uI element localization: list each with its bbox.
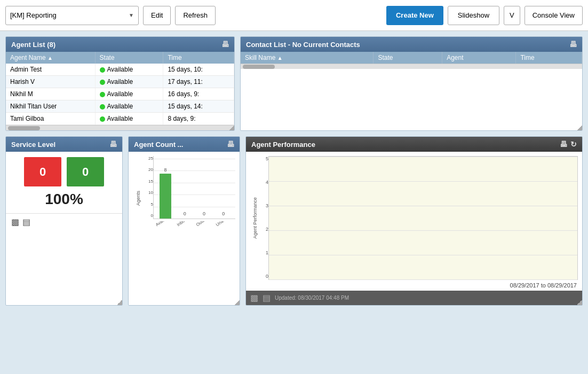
perf-y-2: 2 xyxy=(260,227,268,232)
print-icon-contact[interactable]: 🖶 xyxy=(569,40,577,49)
agent-list-header: Agent List (8) 🖶 xyxy=(6,37,234,52)
perf-resize-handle[interactable] xyxy=(577,300,582,305)
agent-count-panel: Agent Count ... 🖶 Agents 0 xyxy=(128,136,240,306)
agent-state-cell: Available xyxy=(95,76,163,88)
perf-y-5: 5 xyxy=(260,156,268,161)
agent-performance-panel: Agent Performance 🖶 ↻ Agent Performance … xyxy=(245,136,583,306)
perf-y-1: 1 xyxy=(260,250,268,255)
bar-outbound: 0 xyxy=(195,211,214,219)
bar-unavailable-value: 0 xyxy=(222,211,225,216)
agent-state-cell: Available xyxy=(95,113,163,125)
top-row: Agent List (8) 🖶 Agent Name ▲ State Time… xyxy=(5,36,583,131)
print-icon[interactable]: 🖶 xyxy=(221,40,229,49)
v-button[interactable]: V xyxy=(504,6,520,25)
table-icon[interactable]: ▤ xyxy=(22,217,30,227)
horizontal-scrollbar[interactable] xyxy=(6,125,234,130)
edit-button[interactable]: Edit xyxy=(143,6,171,25)
agent-time-cell: 16 days, 9: xyxy=(163,88,234,100)
service-percent: 100% xyxy=(45,191,83,208)
y-label-10: 10 xyxy=(144,190,153,195)
y-label-5: 5 xyxy=(144,202,153,207)
bar-inbound-value: 0 xyxy=(184,211,186,216)
bar-unavailable-rect xyxy=(218,217,229,219)
contact-table: Skill Name ▲ State Agent Time xyxy=(241,52,582,64)
sort-icon-skill: ▲ xyxy=(277,55,283,61)
col-agent-name: Agent Name ▲ xyxy=(6,52,95,64)
agent-time-cell: 8 days, 9: xyxy=(163,113,234,125)
bar-inbound-rect xyxy=(179,217,190,219)
col-skill-name: Skill Name ▲ xyxy=(241,52,374,64)
slideshow-button[interactable]: Slideshow xyxy=(448,6,499,25)
performance-plot-area xyxy=(268,156,578,280)
contact-list-title: Contact List - No Current Contacts xyxy=(246,41,360,49)
agent-name-cell: Admin Test xyxy=(6,64,95,76)
service-content: 0 0 100% xyxy=(6,152,122,213)
y-axis-label: Agents xyxy=(136,191,141,206)
main-content: Agent List (8) 🖶 Agent Name ▲ State Time… xyxy=(0,31,588,311)
bar-outbound-value: 0 xyxy=(203,211,205,216)
agent-state-cell: Available xyxy=(95,88,163,100)
perf-table-icon[interactable]: ▤ xyxy=(263,293,271,303)
status-dot xyxy=(100,80,105,85)
service-green-value: 0 xyxy=(82,165,89,179)
service-level-title: Service Level xyxy=(11,141,55,149)
bar-unavailable: 0 xyxy=(214,211,233,219)
perf-y-axis-label: Agent Performance xyxy=(252,197,258,239)
agent-name-cell: Harish V xyxy=(6,76,95,88)
bottom-row: Service Level 🖶 0 0 100% ▩ ▤ xyxy=(5,136,583,306)
col-state: State xyxy=(95,52,163,64)
agent-list-title: Agent List (8) xyxy=(11,41,55,49)
scrollbar-thumb xyxy=(8,126,40,130)
col-time: Time xyxy=(163,52,234,64)
agent-performance-title: Agent Performance xyxy=(251,141,315,149)
resize-handle[interactable] xyxy=(229,125,234,130)
agent-table: Agent Name ▲ State Time Admin Test Avail… xyxy=(6,52,234,125)
col-time-contact: Time xyxy=(516,52,582,64)
perf-updated-text: Updated: 08/30/2017 04:48 PM xyxy=(275,295,349,301)
contact-resize-handle[interactable] xyxy=(577,125,582,130)
bar-available: 8 xyxy=(156,167,175,219)
service-red-value: 0 xyxy=(39,165,46,179)
perf-y-3: 3 xyxy=(260,203,268,208)
performance-chart-area: Agent Performance 0 1 2 3 4 5 xyxy=(246,152,582,280)
service-boxes: 0 0 xyxy=(24,157,104,186)
dropdown-label: [KM] Reporting xyxy=(10,11,57,19)
x-label-outbound: Outbound xyxy=(195,221,213,227)
agent-count-chart: Agents 0 5 10 15 20 25 xyxy=(129,152,240,243)
contact-scrollbar-thumb xyxy=(243,65,275,69)
refresh-icon-perf[interactable]: ↻ xyxy=(570,140,577,149)
x-label-unavailable: Unavailable xyxy=(215,221,236,227)
agent-state-cell: Available xyxy=(95,100,163,113)
service-resize-handle[interactable] xyxy=(117,300,122,305)
refresh-button[interactable]: Refresh xyxy=(175,6,216,25)
bar-outbound-rect xyxy=(198,217,210,219)
table-row: Admin Test Available 15 days, 10: xyxy=(6,64,234,76)
perf-y-4: 4 xyxy=(260,180,268,185)
create-new-button[interactable]: Create New xyxy=(386,6,443,25)
col-agent: Agent xyxy=(442,52,516,64)
table-row: Harish V Available 17 days, 11: xyxy=(6,76,234,88)
service-red-box: 0 xyxy=(24,157,61,186)
print-icon-agent-count[interactable]: 🖶 xyxy=(227,140,234,149)
col-contact-state: State xyxy=(374,52,442,64)
reporting-dropdown[interactable]: [KM] Reporting ▼ xyxy=(5,6,139,25)
chevron-down-icon: ▼ xyxy=(129,12,134,18)
y-label-20: 20 xyxy=(144,167,153,172)
contact-horizontal-scrollbar[interactable] xyxy=(241,64,582,69)
contact-list-header: Contact List - No Current Contacts 🖶 xyxy=(241,37,582,52)
agent-count-resize-handle[interactable] xyxy=(234,300,240,305)
x-label-available: Available xyxy=(155,221,172,227)
print-icon-perf[interactable]: 🖶 xyxy=(560,140,567,149)
bar-inbound: 0 xyxy=(175,211,194,219)
print-icon-service[interactable]: 🖶 xyxy=(109,140,117,149)
agent-performance-header: Agent Performance 🖶 ↻ xyxy=(246,137,582,152)
agent-count-title: Agent Count ... xyxy=(134,141,183,149)
bar-available-rect xyxy=(160,174,171,219)
bar-chart-icon[interactable]: ▩ xyxy=(11,217,19,227)
console-view-button[interactable]: Console View xyxy=(525,6,583,25)
y-label-0: 0 xyxy=(144,213,153,218)
panel-header-icons: 🖶 ↻ xyxy=(560,140,577,149)
perf-bar-chart-icon[interactable]: ▩ xyxy=(250,293,258,303)
perf-footer: ▩ ▤ Updated: 08/30/2017 04:48 PM xyxy=(246,291,582,305)
service-footer: ▩ ▤ xyxy=(6,213,122,230)
